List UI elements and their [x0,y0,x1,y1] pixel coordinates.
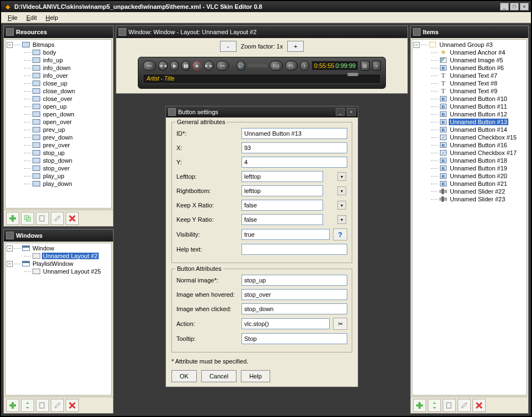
rightbottom-select[interactable] [241,185,323,196]
add-button[interactable] [6,212,19,225]
bitmap-node[interactable]: stop_over [42,165,71,172]
windows-tree[interactable]: − Window Unnamed Layout #2 − [5,243,112,395]
bitmap-node[interactable]: open_up [42,103,68,110]
duplicate-button[interactable] [21,212,34,225]
item-node[interactable]: Unnamed Button #6 [449,65,505,71]
tree-toggle[interactable]: − [413,42,420,48]
keepy-select[interactable] [241,214,323,225]
bitmap-node[interactable]: close_down [42,88,76,94]
item-node[interactable]: Unnamed Anchor #4 [449,49,506,56]
move-button[interactable] [21,399,34,412]
window-node[interactable]: Window [31,245,55,252]
menu-edit[interactable]: Edit [22,13,41,22]
edit-button[interactable] [51,212,64,225]
add-button[interactable] [413,399,426,412]
item-node[interactable]: Unnamed Button #21 [449,180,508,187]
delete-button[interactable] [66,399,79,412]
hover-image-input[interactable] [241,289,347,300]
keepx-select[interactable] [241,200,323,211]
item-node[interactable]: Unnamed Text #8 [449,80,498,87]
zoom-out-button[interactable]: - [220,41,237,52]
item-node[interactable]: Unnamed Text #7 [449,72,498,79]
minimize-button[interactable]: _ [500,3,509,10]
close-button[interactable]: × [520,3,529,10]
normal-image-input[interactable] [241,275,347,286]
tree-toggle[interactable]: − [7,245,13,252]
visibility-input[interactable] [241,229,330,240]
item-node[interactable]: Unnamed Button #11 [449,103,508,110]
add-button[interactable] [6,399,19,412]
item-node[interactable]: Unnamed Text #9 [449,88,498,94]
item-node[interactable]: Unnamed Button #16 [449,142,508,148]
prev-icon[interactable]: ◄◄ [158,61,168,71]
resources-tree[interactable]: − Bitmaps bodyinfo_upinfo_downinfo_overc… [5,39,112,209]
bitmap-node[interactable]: body [42,49,57,56]
play-icon[interactable]: ▶ [170,61,179,71]
delete-button[interactable] [66,212,79,225]
info-icon[interactable]: i [300,61,309,71]
shade-icon[interactable]: ▤ [361,61,369,71]
item-node[interactable]: Unnamed Checkbox #17 [449,149,518,156]
item-node[interactable]: Unnamed Group #3 [438,41,494,48]
item-node[interactable]: Unnamed Button #19 [449,165,508,172]
bitmap-node[interactable]: info_over [42,72,69,79]
clicked-image-input[interactable] [241,303,347,314]
close-skin-icon[interactable]: × [372,61,381,71]
tree-toggle[interactable]: − [7,42,13,48]
y-input[interactable] [241,157,347,168]
item-node[interactable]: Unnamed Slider #22 [449,188,506,195]
action-input[interactable] [241,318,330,329]
ok-button[interactable]: OK [171,370,197,382]
zoom-in-button[interactable]: + [287,41,304,52]
cancel-button[interactable]: Cancel [201,370,237,382]
item-node[interactable]: Unnamed Checkbox #15 [449,134,518,141]
bitmap-node[interactable]: open_down [42,111,76,117]
bitmap-node[interactable]: close_up [42,80,68,87]
lefttop-select[interactable] [241,171,323,182]
help-visibility-button[interactable]: ? [333,228,347,240]
pause-icon[interactable]: ▮▮ [181,61,190,71]
tooltip-input[interactable] [241,333,347,344]
item-node[interactable]: Unnamed Button #12 [449,111,508,117]
item-node[interactable]: Unnamed Button #18 [449,157,508,164]
delete-button[interactable] [472,399,486,412]
item-node[interactable]: Unnamed Slider #23 [449,196,506,202]
bitmap-node[interactable]: play_down [42,180,73,187]
edit-button[interactable] [51,399,64,412]
tree-toggle[interactable]: − [7,261,13,267]
item-node[interactable]: Unnamed Image #5 [449,57,504,63]
copy-button[interactable] [36,399,49,412]
eq-icon[interactable]: EQ [270,61,283,71]
bitmap-node[interactable]: prev_down [42,134,74,141]
volume-slider[interactable] [248,64,267,67]
maximize-button[interactable]: □ [510,3,519,10]
next-icon[interactable]: ►► [204,61,214,71]
x-input[interactable] [241,142,347,153]
bitmap-node[interactable]: stop_down [42,157,73,164]
copy-button[interactable] [36,212,49,225]
helptext-input[interactable] [241,244,347,255]
dialog-minimize-button[interactable]: _ [336,108,345,116]
window-node[interactable]: PlaylistWindow [31,260,74,267]
menu-file[interactable]: File [3,13,22,22]
menu-help[interactable]: Help [41,13,63,22]
id-input[interactable] [241,128,347,139]
item-node[interactable]: Unnamed Button #14 [449,126,508,133]
mute-icon[interactable]: 🔊 [237,61,245,71]
item-node[interactable]: Unnamed Button #10 [449,95,508,102]
bitmap-node[interactable]: stop_up [42,149,66,156]
bitmap-node[interactable]: info_down [42,65,72,71]
dialog-close-button[interactable]: × [347,108,356,116]
layout-node[interactable]: Unnamed Layout #25 [42,268,102,275]
edit-button[interactable] [458,399,471,412]
action-picker-button[interactable]: ✂ [333,318,347,330]
player-skin-preview[interactable]: «« ◄◄ ▶ ▮▮ ■ ►► »» 🔊 EQ PL i [138,57,386,89]
forward-icon[interactable]: »» [216,61,229,71]
bitmap-node[interactable]: prev_over [42,142,71,148]
bitmap-node[interactable]: open_over [42,119,73,125]
items-tree[interactable]: −Unnamed Group #3✳Unnamed Anchor #4Unnam… [412,39,527,395]
layout-node[interactable]: Unnamed Layout #2 [42,253,99,259]
item-node[interactable]: Unnamed Button #13 [449,119,508,125]
pl-icon[interactable]: PL [285,61,298,71]
move-button[interactable] [428,399,441,412]
